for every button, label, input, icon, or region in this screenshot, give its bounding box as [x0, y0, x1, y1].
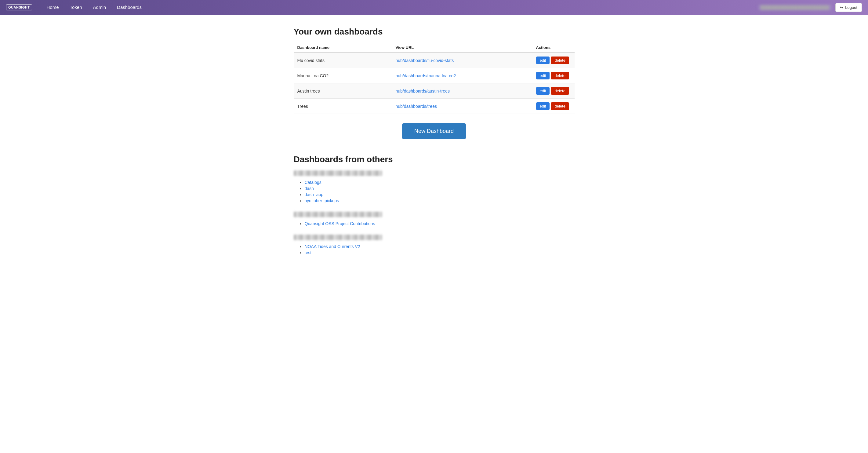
list-item: NOAA Tides and Currents V2 — [305, 244, 575, 249]
other-dashboard-link[interactable]: test — [305, 250, 312, 255]
dashboard-actions: editdelete — [532, 53, 575, 68]
own-dashboards-table: Dashboard name View URL Actions Flu covi… — [294, 43, 575, 114]
other-dashboard-link[interactable]: dash — [305, 186, 314, 191]
url-link[interactable]: hub/dashboards/austin-trees — [396, 89, 450, 93]
table-row: Flu covid statshub/dashboards/flu-covid-… — [294, 53, 575, 68]
logout-label: Logout — [845, 5, 857, 10]
others-section: Dashboards from others Catalogsdashdash_… — [294, 155, 575, 255]
other-dashboard-list: Quansight OSS Project Contributions — [294, 221, 575, 226]
url-link[interactable]: hub/dashboards/mauna-loa-co2 — [396, 73, 456, 78]
logo-text: QUANSIGHT — [6, 4, 32, 10]
edit-button[interactable]: edit — [536, 102, 550, 110]
nav-user: ████████████████████ — [758, 5, 832, 10]
list-item: Quansight OSS Project Contributions — [305, 221, 575, 226]
other-user-group: NOAA Tides and Currents V2test — [294, 235, 575, 255]
own-dashboards-title: Your own dashboards — [294, 27, 575, 37]
url-link[interactable]: hub/dashboards/trees — [396, 104, 437, 109]
table-row: Mauna Loa CO2hub/dashboards/mauna-loa-co… — [294, 68, 575, 83]
other-dashboard-list: Catalogsdashdash_appnyc_uber_pickups — [294, 180, 575, 203]
nav-dashboards[interactable]: Dashboards — [112, 0, 147, 15]
dashboard-actions: editdelete — [532, 68, 575, 83]
url-link[interactable]: hub/dashboards/flu-covid-stats — [396, 58, 454, 63]
list-item: nyc_uber_pickups — [305, 198, 575, 203]
blurred-username — [294, 171, 382, 176]
others-groups: Catalogsdashdash_appnyc_uber_pickupsQuan… — [294, 171, 575, 255]
logout-icon: ↪ — [840, 5, 843, 10]
other-dashboard-link[interactable]: Catalogs — [305, 180, 321, 185]
other-dashboard-link[interactable]: dash_app — [305, 192, 323, 197]
table-row: Treeshub/dashboards/treeseditdelete — [294, 99, 575, 114]
list-item: dash — [305, 186, 575, 191]
dashboard-url: hub/dashboards/flu-covid-stats — [392, 53, 532, 68]
dashboard-name: Austin trees — [294, 83, 392, 99]
list-item: dash_app — [305, 192, 575, 197]
nav-admin[interactable]: Admin — [88, 0, 112, 15]
main-content: Your own dashboards Dashboard name View … — [281, 27, 587, 255]
list-item: test — [305, 250, 575, 255]
dashboard-name: Mauna Loa CO2 — [294, 68, 392, 83]
dashboard-name: Flu covid stats — [294, 53, 392, 68]
logo: QUANSIGHT — [6, 4, 32, 10]
edit-button[interactable]: edit — [536, 72, 550, 80]
edit-button[interactable]: edit — [536, 87, 550, 95]
nav-home[interactable]: Home — [41, 0, 64, 15]
other-dashboard-list: NOAA Tides and Currents V2test — [294, 244, 575, 255]
col-actions: Actions — [532, 43, 575, 53]
col-url: View URL — [392, 43, 532, 53]
table-body: Flu covid statshub/dashboards/flu-covid-… — [294, 53, 575, 114]
dashboard-name: Trees — [294, 99, 392, 114]
dashboard-url: hub/dashboards/mauna-loa-co2 — [392, 68, 532, 83]
blurred-username — [294, 212, 382, 217]
others-title: Dashboards from others — [294, 155, 575, 164]
table-row: Austin treeshub/dashboards/austin-treese… — [294, 83, 575, 99]
other-user-group: Catalogsdashdash_appnyc_uber_pickups — [294, 171, 575, 203]
new-dashboard-button[interactable]: New Dashboard — [402, 123, 466, 139]
delete-button[interactable]: delete — [551, 72, 569, 80]
dashboard-url: hub/dashboards/trees — [392, 99, 532, 114]
edit-button[interactable]: edit — [536, 57, 550, 64]
delete-button[interactable]: delete — [551, 87, 569, 95]
nav-token[interactable]: Token — [64, 0, 88, 15]
nav-links: Home Token Admin Dashboards — [41, 0, 759, 15]
dashboard-actions: editdelete — [532, 83, 575, 99]
other-user-group: Quansight OSS Project Contributions — [294, 212, 575, 226]
nav-right: ████████████████████ ↪ Logout — [758, 3, 862, 12]
delete-button[interactable]: delete — [551, 102, 569, 110]
other-dashboard-link[interactable]: Quansight OSS Project Contributions — [305, 221, 375, 226]
navbar: QUANSIGHT Home Token Admin Dashboards ██… — [0, 0, 868, 15]
new-dashboard-container: New Dashboard — [294, 123, 575, 139]
list-item: Catalogs — [305, 180, 575, 185]
delete-button[interactable]: delete — [551, 57, 569, 64]
other-dashboard-link[interactable]: nyc_uber_pickups — [305, 198, 339, 203]
dashboard-url: hub/dashboards/austin-trees — [392, 83, 532, 99]
logout-button[interactable]: ↪ Logout — [835, 3, 862, 12]
table-header: Dashboard name View URL Actions — [294, 43, 575, 53]
blurred-username — [294, 235, 382, 240]
dashboard-actions: editdelete — [532, 99, 575, 114]
other-dashboard-link[interactable]: NOAA Tides and Currents V2 — [305, 244, 360, 249]
col-name: Dashboard name — [294, 43, 392, 53]
